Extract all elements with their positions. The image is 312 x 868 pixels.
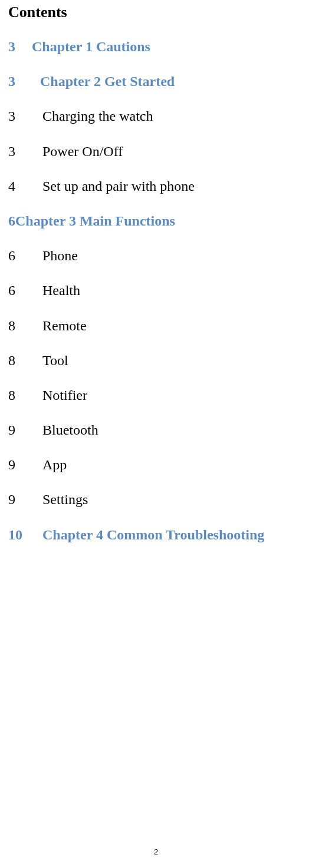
toc-entry-chapter-1[interactable]: 3 Chapter 1 Cautions xyxy=(8,38,304,56)
toc-page-number: 8 xyxy=(8,352,42,370)
page-number-footer: 2 xyxy=(0,847,312,856)
toc-entry-chapter-4[interactable]: 10 Chapter 4 Common Troubleshooting xyxy=(8,526,304,544)
toc-entry-sub[interactable]: 6 Health xyxy=(8,281,304,300)
toc-title: Phone xyxy=(42,247,78,265)
toc-title: Power On/Off xyxy=(42,143,123,161)
toc-page-number: 3 xyxy=(8,107,42,125)
toc-title: Chapter 3 Main Functions xyxy=(15,213,175,228)
toc-page-number: 6 xyxy=(8,281,42,300)
toc-title: Tool xyxy=(42,352,68,370)
toc-page-number: 9 xyxy=(8,456,42,474)
toc-page-number: 3 xyxy=(8,143,42,161)
toc-entry-sub[interactable]: 9 Settings xyxy=(8,491,304,509)
toc-title: Chapter 2 Get Started xyxy=(40,72,175,91)
toc-page-number: 4 xyxy=(8,177,42,196)
toc-title: Notifier xyxy=(42,386,87,405)
toc-entry-sub[interactable]: 4 Set up and pair with phone xyxy=(8,177,304,196)
toc-title: Set up and pair with phone xyxy=(42,177,195,196)
toc-page-number: 9 xyxy=(8,491,42,509)
toc-entry-chapter-3[interactable]: 6Chapter 3 Main Functions xyxy=(8,212,304,230)
toc-page-number: 8 xyxy=(8,386,42,405)
toc-page-number: 8 xyxy=(8,317,42,335)
toc-title: Health xyxy=(42,281,80,300)
toc-title: Chapter 4 Common Troubleshooting xyxy=(42,526,264,544)
toc-entry-chapter-2[interactable]: 3 Chapter 2 Get Started xyxy=(8,72,304,91)
toc-title: Remote xyxy=(42,317,87,335)
toc-page-number: 6 xyxy=(8,213,15,228)
toc-title: Settings xyxy=(42,491,88,509)
toc-entry-sub[interactable]: 8 Tool xyxy=(8,352,304,370)
toc-entry-sub[interactable]: 3 Charging the watch xyxy=(8,107,304,125)
toc-entry-sub[interactable]: 3 Power On/Off xyxy=(8,143,304,161)
toc-title: Chapter 1 Cautions xyxy=(32,38,150,56)
toc-entry-sub[interactable]: 9 Bluetooth xyxy=(8,421,304,439)
toc-entry-sub[interactable]: 9 App xyxy=(8,456,304,474)
toc-entry-sub[interactable]: 6 Phone xyxy=(8,247,304,265)
toc-page-number: 9 xyxy=(8,421,42,439)
toc-title: App xyxy=(42,456,67,474)
toc-title: Charging the watch xyxy=(42,107,153,125)
toc-page-number: 3 xyxy=(8,72,40,91)
toc-title: Bluetooth xyxy=(42,421,98,439)
toc-entry-sub[interactable]: 8 Notifier xyxy=(8,386,304,405)
toc-entry-sub[interactable]: 8 Remote xyxy=(8,317,304,335)
toc-page-number: 3 xyxy=(8,38,32,56)
contents-heading: Contents xyxy=(8,4,304,21)
toc-page-number: 6 xyxy=(8,247,42,265)
toc-page-number: 10 xyxy=(8,526,42,544)
